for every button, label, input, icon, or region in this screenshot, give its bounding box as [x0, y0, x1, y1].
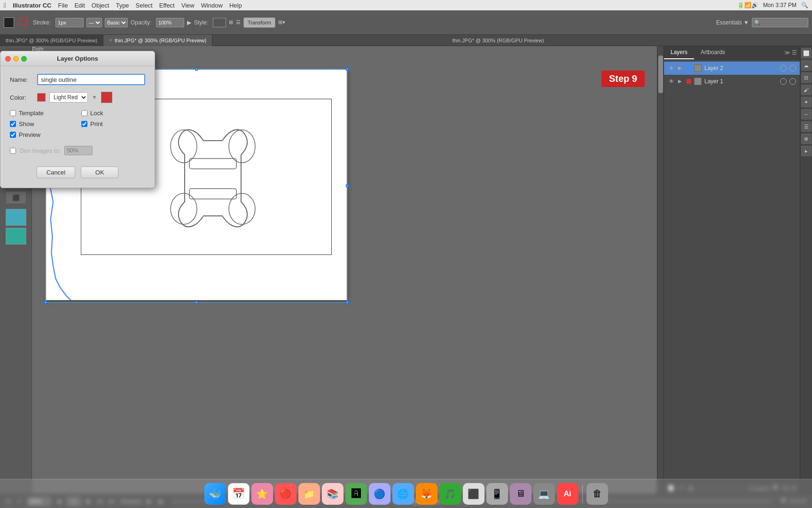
layer-2-vis[interactable]: [789, 65, 796, 71]
panel-menu-icon[interactable]: ☰: [792, 49, 797, 56]
dock-icon-7[interactable]: 🦊: [416, 483, 437, 505]
lock-checkbox-item: Lock: [81, 110, 145, 117]
menu-type[interactable]: Type: [116, 2, 129, 9]
tab-active[interactable]: × thin.JPG* @ 300% (RGB/GPU Preview): [103, 35, 212, 46]
show-checkbox-item: Show: [10, 120, 74, 127]
opacity-arrow[interactable]: ▶: [187, 19, 191, 26]
dock-contacts[interactable]: ⭐: [251, 483, 273, 505]
panel-expand-icon[interactable]: ≫: [784, 49, 790, 56]
thumbnail-2: [6, 228, 26, 245]
dock-icon-10[interactable]: 🖥: [510, 483, 531, 505]
brush-icon[interactable]: 🖌: [801, 85, 812, 95]
opacity-input[interactable]: [156, 18, 184, 27]
layer-item-1[interactable]: 👁 ▶ Layer 1: [664, 75, 800, 88]
transform-button[interactable]: Transform: [243, 17, 275, 28]
properties-icon[interactable]: ⬜: [801, 48, 812, 58]
transform-options[interactable]: ⊞▾: [278, 19, 285, 25]
transform-icon[interactable]: ↔: [801, 109, 812, 119]
menu-edit[interactable]: Edit: [74, 2, 85, 9]
tab-close-icon[interactable]: ×: [109, 38, 112, 43]
dialog-buttons: Cancel OK: [10, 163, 145, 180]
layer-1-eye-icon[interactable]: 👁: [668, 78, 675, 85]
dock-trash[interactable]: 🗑: [586, 483, 608, 505]
ok-button[interactable]: OK: [81, 167, 118, 178]
screen-mode[interactable]: ⬛: [6, 191, 26, 204]
menu-view[interactable]: View: [181, 2, 195, 9]
dock-icon-5[interactable]: 🔵: [369, 483, 390, 505]
svg-point-0: [171, 130, 197, 163]
layer-options-dialog[interactable]: Layer Options Name: Color: Light Red ▼: [0, 51, 155, 188]
dim-input[interactable]: [64, 146, 93, 155]
align-icon[interactable]: ☰: [801, 121, 812, 132]
show-checkbox[interactable]: [10, 121, 16, 127]
stroke-color-btn[interactable]: [17, 17, 30, 28]
expand-icon[interactable]: ▸: [801, 146, 812, 156]
app-name[interactable]: Illustrator CC: [13, 2, 51, 9]
print-checkbox[interactable]: [81, 121, 87, 127]
dock-icon-2[interactable]: 📁: [298, 483, 320, 505]
name-input[interactable]: [37, 74, 145, 85]
layer-2-target[interactable]: [780, 65, 787, 71]
dock-icon-4[interactable]: 🅰: [345, 483, 367, 505]
dock-acrobat[interactable]: Ai: [557, 483, 578, 505]
layers-list: 👁 ▶ Layer 2 👁 ▶ Layer 1: [664, 60, 800, 90]
dock-icon-11[interactable]: 💻: [533, 483, 555, 505]
color-swatch[interactable]: [37, 93, 46, 102]
tab-layers[interactable]: Layers: [664, 46, 694, 59]
fill-color[interactable]: [4, 17, 14, 28]
search-field[interactable]: [752, 18, 808, 27]
assets-icon[interactable]: ⊟: [801, 72, 812, 83]
stroke-select[interactable]: —: [86, 18, 102, 27]
scrollbar-thumb[interactable]: [658, 56, 663, 93]
lock-checkbox[interactable]: [81, 110, 87, 116]
dock-spotify[interactable]: 🎵: [439, 483, 461, 505]
close-button[interactable]: [5, 56, 11, 62]
cc-libraries-icon[interactable]: ☁: [801, 60, 812, 71]
layer-1-expand[interactable]: ▶: [678, 79, 684, 84]
maximize-button[interactable]: [21, 56, 27, 62]
dock-icon-3[interactable]: 📚: [322, 483, 344, 505]
essentials-dropdown[interactable]: Essentials ▼: [716, 19, 749, 26]
template-checkbox[interactable]: [10, 110, 16, 116]
dock-icon-1[interactable]: 🔴: [275, 483, 297, 505]
svg-rect-5: [189, 189, 236, 199]
menu-effect[interactable]: Effect: [159, 2, 175, 9]
vertical-scrollbar[interactable]: [657, 46, 664, 494]
cancel-button[interactable]: Cancel: [37, 167, 75, 178]
dim-checkbox[interactable]: [10, 148, 16, 154]
menu-help[interactable]: Help: [229, 2, 242, 9]
pathfinder-icon[interactable]: ⊕: [801, 134, 812, 144]
symbol-icon[interactable]: ✦: [801, 97, 812, 107]
layer-item-2[interactable]: 👁 ▶ Layer 2: [664, 62, 800, 75]
menu-object[interactable]: Object: [92, 2, 109, 9]
align-icon[interactable]: ☰: [236, 19, 241, 25]
clock: Mon 3:37 PM: [763, 2, 796, 8]
apple-menu[interactable]: : [4, 1, 6, 9]
style-dots[interactable]: ⊞: [229, 19, 233, 25]
color-row: Color: Light Red ▼: [10, 92, 145, 103]
dock: 🐳 📅 ⭐ 🔴 📁 📚 🅰 🔵 🌐 🦊 🎵 ⬛ 📱 🖥 💻 Ai 🗑: [0, 479, 812, 508]
dock-icon-6[interactable]: 🌐: [392, 483, 414, 505]
menu-file[interactable]: File: [58, 2, 68, 9]
preview-checkbox[interactable]: [10, 132, 16, 138]
minimize-button[interactable]: [13, 56, 19, 62]
layer-1-target[interactable]: [780, 78, 787, 85]
color-preview[interactable]: [101, 92, 112, 103]
dock-calendar[interactable]: 📅: [228, 483, 250, 505]
menu-window[interactable]: Window: [201, 2, 223, 9]
tab-artboards[interactable]: Artboards: [694, 46, 732, 59]
color-dropdown[interactable]: Light Red: [49, 92, 88, 103]
layer-1-vis[interactable]: [789, 78, 796, 85]
dock-finder[interactable]: 🐳: [204, 483, 226, 505]
stroke-weight-input[interactable]: [55, 18, 84, 27]
layer-2-expand[interactable]: ▶: [678, 65, 684, 71]
tab-inactive[interactable]: thin.JPG* @ 300% (RGB/GPU Preview): [0, 35, 103, 46]
dock-icon-9[interactable]: 📱: [486, 483, 508, 505]
layer-eye-icon[interactable]: 👁: [668, 64, 675, 72]
menu-select[interactable]: Select: [136, 2, 153, 9]
search-icon[interactable]: 🔍: [801, 2, 808, 8]
basic-select[interactable]: Basic: [105, 18, 128, 27]
dock-icon-8[interactable]: ⬛: [463, 483, 484, 505]
style-box[interactable]: [213, 18, 226, 27]
menu-bar-right: 🔋📶🔊 Mon 3:37 PM 🔍: [737, 2, 808, 8]
